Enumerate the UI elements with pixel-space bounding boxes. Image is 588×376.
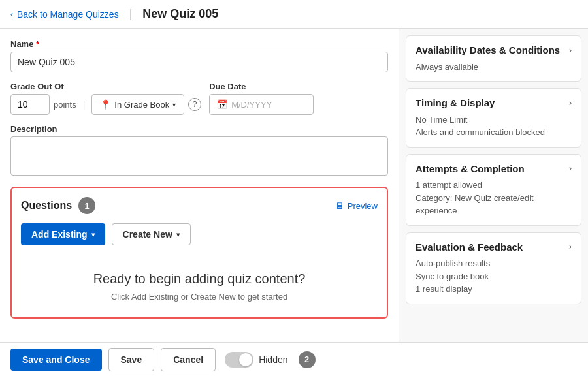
grade-label: Grade Out Of: [10, 82, 201, 91]
rp-detail-attempts: 1 attempt allowed Category: New Quiz cre…: [416, 179, 572, 217]
rp-chevron-availability: ›: [569, 46, 572, 55]
preview-link[interactable]: 🖥 Preview: [335, 200, 378, 211]
rp-section-title-attempts: Attempts & Completion: [416, 163, 525, 176]
due-date-placeholder: M/D/YYYY: [231, 100, 272, 110]
rp-chevron-timing: ›: [569, 99, 572, 108]
footer-badge: 2: [299, 351, 316, 368]
description-field-group: Description: [10, 124, 388, 178]
rp-section-attempts: Attempts & Completion›1 attempt allowed …: [406, 154, 581, 226]
description-label: Description: [10, 124, 388, 134]
description-textarea[interactable]: [10, 136, 388, 176]
questions-header: Questions 1 🖥 Preview: [21, 197, 378, 214]
page-title: New Quiz 005: [142, 7, 218, 21]
due-date-group: Due Date 📅 M/D/YYYY: [209, 82, 314, 115]
grade-group: Grade Out Of points | 📍 In Grade Book ▾ …: [10, 82, 201, 115]
create-new-label: Create New: [123, 229, 172, 240]
add-existing-label: Add Existing: [31, 229, 88, 240]
empty-state-subtitle: Click Add Existing or Create New to get …: [21, 292, 378, 302]
name-input[interactable]: [10, 52, 388, 72]
pin-icon: 📍: [100, 99, 111, 110]
add-existing-arrow: ▾: [91, 231, 95, 238]
rp-section-evaluation: Evaluation & Feedback›Auto-publish resul…: [406, 232, 581, 304]
preview-label: Preview: [348, 201, 378, 211]
name-label: Name *: [10, 39, 388, 49]
rp-section-header-evaluation[interactable]: Evaluation & Feedback›: [416, 241, 572, 254]
grade-input[interactable]: [10, 94, 50, 115]
chevron-left-icon: ‹: [10, 10, 13, 19]
chevron-down-icon: ▾: [172, 101, 176, 108]
back-link[interactable]: ‹ Back to Manage Quizzes: [10, 9, 119, 20]
add-existing-button[interactable]: Add Existing ▾: [21, 223, 105, 245]
hidden-toggle[interactable]: [225, 352, 253, 368]
rp-detail-timing: No Time Limit Alerts and communication b…: [416, 114, 572, 139]
back-link-label: Back to Manage Quizzes: [17, 9, 119, 20]
empty-state-title: Ready to begin adding quiz content?: [21, 272, 378, 287]
grade-book-button[interactable]: 📍 In Grade Book ▾: [91, 94, 184, 115]
preview-icon: 🖥: [335, 200, 344, 211]
empty-state: Ready to begin adding quiz content? Clic…: [21, 258, 378, 308]
required-indicator: *: [36, 39, 39, 49]
questions-badge: 1: [78, 197, 95, 214]
right-panel: Availability Dates & Conditions›Always a…: [399, 29, 588, 342]
rp-section-availability: Availability Dates & Conditions›Always a…: [406, 35, 581, 82]
questions-title-group: Questions 1: [21, 197, 95, 214]
save-and-close-button[interactable]: Save and Close: [10, 349, 102, 371]
calendar-icon: 📅: [216, 99, 227, 110]
grade-book-label: In Grade Book: [114, 100, 169, 110]
hidden-toggle-label: Hidden: [259, 354, 287, 365]
help-icon[interactable]: ?: [188, 98, 201, 111]
grade-suffix: points: [54, 100, 76, 110]
rp-detail-availability: Always available: [416, 61, 572, 74]
hidden-toggle-group: Hidden: [225, 352, 287, 368]
rp-detail-evaluation: Auto-publish results Sync to grade book …: [416, 257, 572, 296]
questions-title: Questions: [21, 200, 72, 212]
rp-chevron-attempts: ›: [569, 164, 572, 173]
footer: Save and Close Save Cancel Hidden 2: [0, 342, 588, 376]
header-divider: |: [129, 7, 133, 21]
save-button[interactable]: Save: [108, 348, 155, 371]
create-new-button[interactable]: Create New ▾: [112, 223, 191, 245]
due-date-label: Due Date: [209, 82, 314, 91]
rp-section-header-availability[interactable]: Availability Dates & Conditions›: [416, 44, 572, 57]
separator: |: [83, 99, 86, 110]
rp-chevron-evaluation: ›: [569, 242, 572, 251]
questions-section: Questions 1 🖥 Preview Add Existing ▾ Cre…: [10, 187, 388, 319]
rp-section-title-availability: Availability Dates & Conditions: [416, 44, 560, 57]
rp-section-title-evaluation: Evaluation & Feedback: [416, 241, 523, 254]
rp-section-timing: Timing & Display›No Time Limit Alerts an…: [406, 88, 581, 148]
grade-inputs: points | 📍 In Grade Book ▾ ?: [10, 94, 201, 115]
rp-section-header-timing[interactable]: Timing & Display›: [416, 97, 572, 110]
name-field-group: Name *: [10, 39, 388, 72]
due-date-input[interactable]: 📅 M/D/YYYY: [209, 94, 314, 115]
rp-section-header-attempts[interactable]: Attempts & Completion›: [416, 163, 572, 176]
header: ‹ Back to Manage Quizzes | New Quiz 005: [0, 0, 588, 29]
grade-due-row: Grade Out Of points | 📍 In Grade Book ▾ …: [10, 82, 388, 115]
toggle-knob: [239, 353, 252, 366]
left-panel: Name * Grade Out Of points | 📍 In Grade …: [0, 29, 399, 342]
questions-buttons: Add Existing ▾ Create New ▾: [21, 223, 378, 245]
create-new-arrow: ▾: [176, 231, 180, 238]
cancel-button[interactable]: Cancel: [161, 348, 216, 371]
rp-section-title-timing: Timing & Display: [416, 97, 495, 110]
main-layout: Name * Grade Out Of points | 📍 In Grade …: [0, 29, 588, 342]
